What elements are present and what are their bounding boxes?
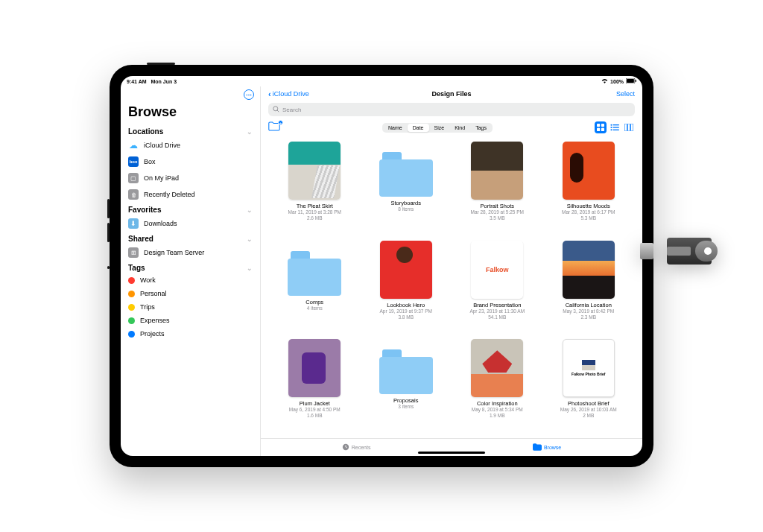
- section-header-shared[interactable]: Shared ⌄: [121, 232, 260, 244]
- file-grid: The Pleat Skirt Mar 11, 2019 at 3:28 PM2…: [261, 136, 642, 438]
- sort-name[interactable]: Name: [383, 124, 408, 132]
- tag-label: Trips: [140, 303, 155, 311]
- file-meta: Mar 11, 2019 at 3:28 PM2.6 MB: [288, 209, 341, 221]
- svg-point-11: [610, 127, 612, 128]
- file-item[interactable]: Lookbook Hero Apr 19, 2019 at 9:37 PM3.8…: [364, 241, 449, 334]
- sidebar-item-icloud-drive[interactable]: ☁ iCloud Drive: [121, 137, 260, 153]
- home-indicator[interactable]: [418, 452, 485, 454]
- file-item[interactable]: The Pleat Skirt Mar 11, 2019 at 3:28 PM2…: [273, 142, 357, 235]
- tag-label: Personal: [140, 290, 167, 297]
- tag-color-dot: [128, 291, 135, 297]
- tag-color-dot: [128, 317, 135, 324]
- svg-rect-15: [624, 124, 627, 131]
- file-meta: 4 items: [307, 305, 323, 311]
- sidebar-item-design-team-server[interactable]: ⊞ Design Team Server: [121, 244, 260, 261]
- wifi-icon: [601, 78, 608, 84]
- svg-rect-10: [612, 124, 618, 125]
- search-input[interactable]: Search: [268, 103, 635, 116]
- network-icon: ⊞: [128, 247, 139, 258]
- file-item[interactable]: Silhouette Moods Mar 28, 2019 at 6:17 PM…: [547, 142, 631, 235]
- sort-control: NameDateSizeKindTags: [382, 123, 493, 133]
- sort-kind[interactable]: Kind: [449, 124, 470, 132]
- svg-rect-16: [627, 124, 630, 131]
- browse-tab[interactable]: Browse: [533, 443, 561, 452]
- sort-size[interactable]: Size: [429, 124, 450, 132]
- file-item[interactable]: Comps 4 items: [273, 241, 357, 334]
- file-item[interactable]: California Location May 3, 2019 at 8:42 …: [547, 241, 631, 334]
- microphone-hole: [107, 266, 110, 269]
- file-item[interactable]: Storyboards 8 items: [364, 142, 449, 235]
- sidebar-tag-expenses[interactable]: Expenses: [121, 314, 260, 327]
- svg-rect-8: [601, 128, 604, 131]
- file-name: Lookbook Hero: [387, 302, 425, 308]
- favorites-label: Favorites: [128, 206, 161, 214]
- sort-date[interactable]: Date: [408, 124, 429, 132]
- screen: 9:41 AM Mon Jun 3 100%: [121, 76, 642, 456]
- file-item[interactable]: Falkow Photo Brief Photoshoot Brief May …: [547, 339, 631, 432]
- sidebar-item-on-my-ipad[interactable]: ▢ On My iPad: [121, 170, 260, 186]
- battery-icon: [626, 78, 636, 84]
- recents-tab[interactable]: Recents: [342, 443, 371, 452]
- plus-badge-icon: +: [278, 120, 283, 125]
- file-meta: May 6, 2019 at 4:50 PM1.6 MB: [289, 407, 341, 419]
- file-thumbnail: [471, 339, 523, 397]
- main-content: ‹ iCloud Drive Design Files Select Searc…: [261, 86, 642, 456]
- sidebar-tag-personal[interactable]: Personal: [121, 287, 260, 300]
- column-view-button[interactable]: [623, 121, 635, 133]
- file-name: Portrait Shots: [481, 203, 514, 209]
- status-bar: 9:41 AM Mon Jun 3 100%: [121, 76, 642, 86]
- svg-rect-6: [601, 124, 604, 127]
- section-header-favorites[interactable]: Favorites ⌄: [121, 203, 260, 215]
- ipad-icon: ▢: [128, 173, 139, 183]
- file-meta: May 26, 2019 at 10:03 AM2 MB: [560, 407, 617, 419]
- file-item[interactable]: Portrait Shots Mar 28, 2019 at 5:25 PM3.…: [455, 142, 539, 235]
- file-item[interactable]: Proposals 3 items: [364, 339, 449, 432]
- new-folder-button[interactable]: +: [268, 121, 280, 133]
- folder-icon: [533, 443, 542, 452]
- file-name: Plum Jacket: [300, 400, 330, 407]
- svg-rect-2: [636, 80, 636, 82]
- svg-rect-7: [597, 128, 600, 131]
- sidebar-item-box[interactable]: box Box: [121, 153, 260, 170]
- status-time: 9:41 AM: [127, 79, 147, 84]
- section-header-tags[interactable]: Tags ⌄: [121, 261, 260, 273]
- select-button[interactable]: Select: [616, 90, 635, 98]
- cloud-icon: ☁: [128, 140, 139, 151]
- file-item[interactable]: Falkow Brand Presentation Apr 23, 2019 a…: [455, 241, 539, 334]
- sidebar-item-recently-deleted[interactable]: 🗑 Recently Deleted: [121, 186, 260, 203]
- file-thumbnail: [288, 339, 341, 397]
- view-mode-switcher: [595, 121, 635, 133]
- section-header-locations[interactable]: Locations ⌄: [121, 124, 260, 137]
- sidebar-tag-work[interactable]: Work: [121, 273, 260, 287]
- file-thumbnail: [380, 241, 432, 299]
- file-item[interactable]: Plum Jacket May 6, 2019 at 4:50 PM1.6 MB: [273, 339, 357, 432]
- file-meta: Mar 28, 2019 at 6:17 PM5.3 MB: [562, 209, 615, 221]
- shared-label: Shared: [128, 235, 153, 243]
- chevron-down-icon: ⌄: [247, 206, 253, 214]
- chevron-down-icon: ⌄: [247, 265, 253, 272]
- tag-label: Work: [140, 276, 156, 284]
- sidebar-item-downloads[interactable]: ⬇ Downloads: [121, 215, 260, 232]
- list-view-button[interactable]: [609, 121, 621, 133]
- icon-view-button[interactable]: [595, 121, 607, 133]
- sidebar-tag-trips[interactable]: Trips: [121, 300, 260, 314]
- svg-rect-5: [597, 124, 600, 127]
- file-meta: 3 items: [398, 404, 414, 410]
- sort-tags[interactable]: Tags: [470, 124, 492, 132]
- box-icon: box: [128, 156, 139, 167]
- svg-rect-17: [630, 124, 633, 131]
- locations-label: Locations: [128, 127, 163, 136]
- file-thumbnail: Falkow Photo Brief: [563, 339, 615, 397]
- svg-rect-14: [612, 130, 618, 130]
- ipad-device-frame: 9:41 AM Mon Jun 3 100%: [110, 65, 653, 467]
- sidebar-item-label: Downloads: [144, 220, 177, 227]
- more-options-button[interactable]: ⋯: [244, 89, 254, 100]
- power-button: [147, 63, 175, 65]
- trash-icon: 🗑: [128, 189, 139, 200]
- file-item[interactable]: Color Inspiration May 8, 2019 at 5:34 PM…: [455, 339, 539, 432]
- back-button[interactable]: ‹ iCloud Drive: [268, 89, 309, 98]
- folder-icon: [379, 152, 433, 197]
- sidebar-tag-projects[interactable]: Projects: [121, 327, 260, 341]
- file-thumbnail: [288, 142, 341, 200]
- sidebar-item-label: iCloud Drive: [144, 142, 180, 149]
